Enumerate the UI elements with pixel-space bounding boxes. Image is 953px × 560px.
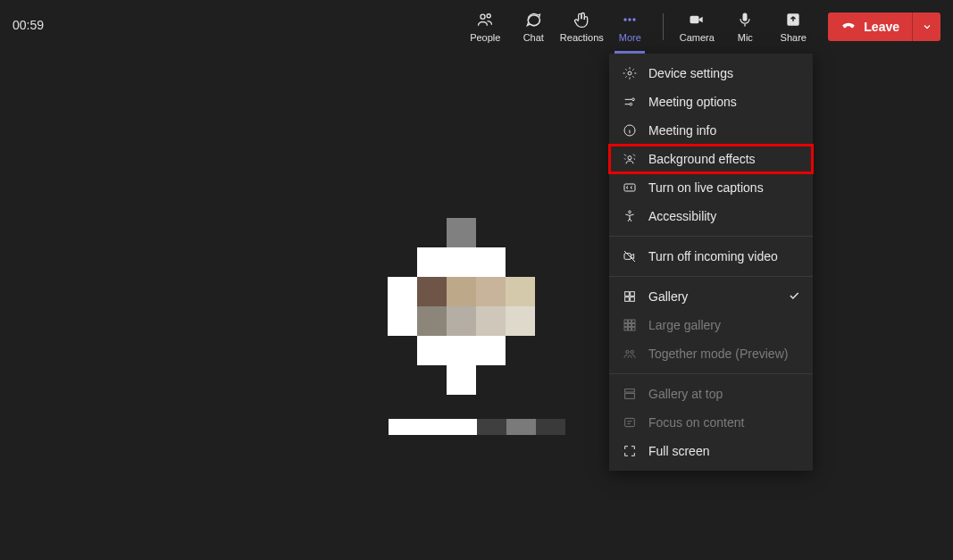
svg-rect-18 — [625, 297, 630, 302]
menu-separator — [609, 276, 813, 277]
info-icon — [622, 122, 638, 138]
menu-label: Accessibility — [648, 209, 716, 223]
svg-point-30 — [631, 350, 633, 353]
svg-point-12 — [628, 156, 631, 160]
svg-point-1 — [487, 14, 490, 18]
together-icon — [622, 346, 638, 362]
leave-label: Leave — [864, 20, 899, 34]
people-button[interactable]: People — [461, 2, 509, 52]
menu-label: Device settings — [648, 66, 733, 80]
chat-button[interactable]: Chat — [509, 2, 557, 52]
toolbar-label: Reactions — [560, 32, 604, 43]
fullscreen-icon — [622, 443, 638, 459]
menu-label: Turn on live captions — [648, 180, 764, 195]
more-icon — [621, 11, 639, 29]
toolbar-label: Share — [781, 32, 807, 43]
menu-gallery-at-top: Gallery at top — [609, 380, 813, 408]
menu-label: Meeting info — [648, 123, 716, 138]
menu-label: Focus on content — [648, 415, 744, 430]
mic-icon — [736, 11, 754, 29]
svg-rect-27 — [628, 328, 631, 330]
menu-label: Large gallery — [648, 318, 721, 332]
toolbar-label: More — [619, 32, 641, 43]
more-button[interactable]: More — [606, 2, 654, 52]
background-icon — [622, 151, 638, 167]
svg-rect-21 — [628, 320, 631, 322]
video-off-icon — [622, 248, 638, 264]
svg-rect-32 — [625, 393, 635, 398]
svg-point-3 — [629, 18, 631, 21]
large-gallery-icon — [622, 317, 638, 333]
menu-device-settings[interactable]: Device settings — [609, 59, 813, 88]
menu-label: Gallery — [648, 289, 688, 304]
svg-rect-24 — [628, 323, 631, 326]
menu-accessibility[interactable]: Accessibility — [609, 202, 813, 230]
participant-video-placeholder — [388, 218, 566, 397]
menu-separator — [609, 236, 813, 237]
accessibility-icon — [622, 208, 638, 224]
menu-label: Together mode (Preview) — [648, 347, 788, 361]
svg-rect-16 — [625, 292, 630, 297]
toolbar-label: Mic — [738, 32, 753, 43]
menu-large-gallery: Large gallery — [609, 311, 813, 339]
gallery-top-icon — [622, 386, 638, 402]
menu-together-mode: Together mode (Preview) — [609, 339, 813, 368]
reactions-icon — [573, 11, 590, 29]
svg-point-14 — [629, 211, 631, 213]
menu-full-screen[interactable]: Full screen — [609, 437, 813, 465]
menu-background-effects[interactable]: Background effects — [609, 145, 813, 173]
svg-point-8 — [628, 71, 631, 75]
menu-turn-off-incoming-video[interactable]: Turn off incoming video — [609, 242, 813, 271]
menu-separator — [609, 373, 813, 374]
svg-rect-28 — [632, 328, 635, 330]
menu-label: Turn off incoming video — [648, 249, 778, 263]
menu-meeting-info[interactable]: Meeting info — [609, 116, 813, 145]
svg-rect-20 — [624, 320, 627, 322]
mic-button[interactable]: Mic — [721, 2, 769, 52]
chevron-down-icon — [922, 21, 932, 32]
svg-rect-13 — [624, 184, 635, 191]
reactions-button[interactable]: Reactions — [557, 2, 606, 52]
check-icon — [788, 289, 800, 305]
svg-rect-31 — [625, 389, 635, 392]
menu-label: Full screen — [648, 444, 709, 458]
call-timer: 00:59 — [13, 18, 44, 32]
menu-meeting-options[interactable]: Meeting options — [609, 88, 813, 116]
leave-dropdown-button[interactable] — [912, 13, 940, 41]
svg-rect-5 — [690, 16, 699, 23]
svg-rect-33 — [625, 418, 635, 426]
leave-button[interactable]: Leave — [828, 13, 912, 41]
menu-live-captions[interactable]: Turn on live captions — [609, 173, 813, 202]
svg-point-9 — [632, 98, 635, 101]
camera-icon — [688, 11, 706, 29]
more-menu: Device settings Meeting options Meeting … — [609, 54, 813, 471]
menu-gallery[interactable]: Gallery — [609, 282, 813, 311]
menu-focus-on-content: Focus on content — [609, 408, 813, 437]
camera-button[interactable]: Camera — [673, 2, 721, 52]
chat-icon — [524, 11, 542, 29]
svg-point-4 — [633, 18, 636, 21]
cc-icon — [622, 180, 638, 196]
toolbar-label: People — [470, 32, 500, 43]
svg-point-10 — [630, 103, 632, 105]
toolbar-label: Chat — [523, 32, 544, 43]
share-button[interactable]: Share — [769, 2, 817, 52]
hangup-icon — [840, 19, 857, 35]
menu-label: Meeting options — [648, 95, 737, 109]
menu-label: Gallery at top — [648, 387, 723, 401]
svg-rect-22 — [632, 320, 635, 322]
svg-point-2 — [624, 18, 627, 21]
svg-rect-19 — [631, 297, 635, 302]
menu-label: Background effects — [648, 152, 756, 166]
svg-rect-6 — [743, 13, 748, 21]
gear-icon — [622, 65, 638, 81]
top-bar: 00:59 People Chat — [0, 0, 953, 54]
svg-rect-23 — [624, 323, 627, 326]
share-icon — [784, 11, 802, 29]
call-toolbar: People Chat Reactions — [461, 0, 940, 54]
svg-rect-17 — [631, 292, 635, 297]
svg-point-29 — [626, 350, 629, 353]
sliders-icon — [622, 94, 638, 110]
leave-group: Leave — [828, 13, 940, 41]
toolbar-divider — [663, 13, 664, 40]
